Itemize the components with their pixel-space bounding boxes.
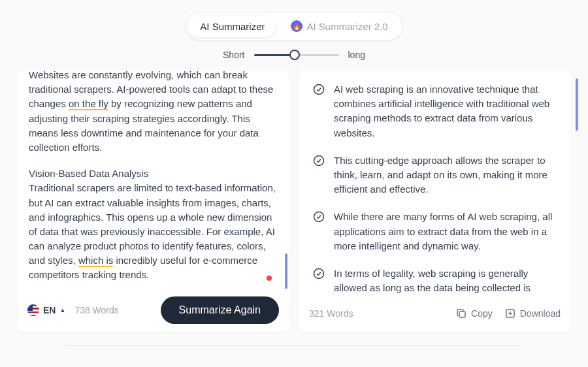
recording-indicator-icon [267, 276, 272, 281]
scrollbar-thumb[interactable] [285, 253, 287, 289]
caret-up-icon: ▲ [59, 307, 65, 313]
summary-list: AI web scraping is an innovative techniq… [299, 71, 571, 295]
summary-item: This cutting-edge approach allows the sc… [313, 153, 557, 197]
download-icon [504, 308, 516, 319]
input-word-count: 738 Words [74, 305, 118, 315]
summary-actions: Copy Download [455, 308, 561, 319]
input-footer: EN ▲ 738 Words Summarize Again [17, 289, 289, 332]
input-text: Websites are constantly evolving, which … [17, 71, 289, 283]
check-circle-icon [313, 211, 325, 223]
summary-panel: AI web scraping is an innovative techniq… [299, 71, 571, 332]
tab-label: AI Summarizer [200, 21, 265, 32]
svg-point-0 [314, 85, 324, 95]
tab-summarizer-2[interactable]: 🔥 AI Summarizer 2.0 [279, 15, 399, 37]
language-selector[interactable]: EN ▲ [27, 304, 65, 316]
summary-text: AI web scraping is an innovative techniq… [334, 82, 557, 140]
input-content[interactable]: Websites are constantly evolving, which … [17, 71, 289, 289]
slider-short-label: Short [223, 50, 244, 60]
slider-thumb[interactable] [289, 50, 300, 60]
panels: Websites are constantly evolving, which … [0, 60, 588, 332]
button-label: Summarize Again [179, 304, 261, 315]
svg-rect-4 [459, 311, 465, 317]
check-circle-icon [313, 84, 325, 95]
length-slider-row: Short long [223, 50, 365, 60]
input-text-fragment: Traditional scrapers are limited to text… [29, 182, 276, 266]
tab-summarizer[interactable]: AI Summarizer [188, 16, 276, 37]
divider [65, 345, 523, 345]
summary-item: In terms of legality, web scraping is ge… [313, 266, 557, 295]
input-panel: Websites are constantly evolving, which … [17, 71, 289, 332]
summarize-again-button[interactable]: Summarize Again [161, 296, 279, 324]
action-label: Copy [471, 308, 493, 319]
summary-item: AI web scraping is an innovative techniq… [313, 82, 557, 140]
summary-content[interactable]: AI web scraping is an innovative techniq… [299, 71, 571, 295]
svg-point-2 [314, 212, 324, 222]
flag-us-icon [27, 304, 39, 316]
summary-item: While there are many forms of AI web scr… [313, 210, 557, 253]
summary-text: In terms of legality, web scraping is ge… [334, 266, 557, 295]
length-slider[interactable] [254, 54, 339, 56]
grammar-underline[interactable]: which is [78, 255, 113, 267]
slider-fill [254, 54, 295, 56]
input-subhead: Vision-Based Data Analysis [29, 167, 278, 181]
slider-long-label: long [348, 50, 365, 60]
copy-icon [455, 308, 467, 319]
summary-footer: 321 Words Copy Download [299, 295, 571, 332]
summary-text: This cutting-edge approach allows the sc… [334, 153, 557, 197]
svg-point-1 [314, 155, 324, 165]
action-label: Download [520, 308, 561, 319]
check-circle-icon [313, 268, 325, 279]
language-code: EN [43, 305, 56, 315]
output-word-count: 321 Words [309, 308, 353, 319]
top-controls: AI Summarizer 🔥 AI Summarizer 2.0 Short … [0, 0, 588, 60]
copy-button[interactable]: Copy [455, 308, 493, 319]
mode-tabs: AI Summarizer 🔥 AI Summarizer 2.0 [185, 12, 402, 40]
download-button[interactable]: Download [504, 308, 561, 319]
svg-point-3 [314, 268, 324, 278]
grammar-underline[interactable]: on the fly [69, 98, 108, 110]
scrollbar-thumb[interactable] [576, 78, 578, 131]
fire-icon: 🔥 [291, 20, 302, 32]
summary-text: While there are many forms of AI web scr… [334, 210, 557, 253]
tab-label: AI Summarizer 2.0 [306, 21, 387, 32]
check-circle-icon [313, 155, 325, 167]
